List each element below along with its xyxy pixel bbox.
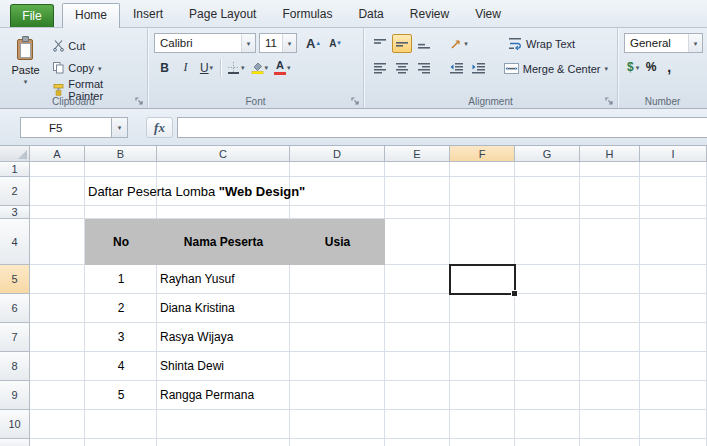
decrease-font-size-button[interactable]: A▾ — [324, 33, 346, 53]
table-row: 1 Rayhan Yusuf — [0, 265, 450, 294]
number-format-select[interactable]: General ▾ — [624, 33, 703, 53]
middle-align-icon — [396, 38, 408, 49]
cell-nama[interactable]: Rangga Permana — [160, 381, 400, 410]
cell-no[interactable]: 1 — [85, 265, 157, 294]
spreadsheet: ABCDEFGHI12345678910 Daftar Peserta Lomb… — [0, 146, 707, 446]
selected-cell-F5[interactable] — [449, 264, 516, 295]
clipboard-dialog-launcher[interactable] — [135, 97, 144, 106]
dialog-launcher-icon — [351, 97, 360, 106]
middle-align-button[interactable] — [392, 34, 412, 53]
align-right-icon — [418, 63, 430, 74]
dropdown-caret-icon: ▾ — [24, 78, 28, 85]
tab-data[interactable]: Data — [345, 3, 396, 27]
cell-no[interactable]: 4 — [85, 352, 157, 381]
increase-indent-icon — [472, 63, 485, 74]
bottom-align-icon — [418, 38, 430, 49]
ribbon-group-alignment: ▾ Wrap Text — [364, 28, 618, 108]
cell-nama[interactable]: Rasya Wijaya — [160, 323, 400, 352]
wrap-text-button[interactable]: Wrap Text — [504, 33, 580, 54]
orientation-button[interactable]: ▾ — [446, 34, 472, 53]
fill-color-button[interactable]: ▾ — [248, 57, 272, 78]
formula-input[interactable] — [177, 117, 707, 138]
wrap-text-icon — [509, 38, 522, 50]
font-family-value: Calibri — [155, 37, 241, 49]
top-align-button[interactable] — [370, 34, 390, 53]
name-box-dropdown[interactable]: ▾ — [112, 117, 128, 138]
merge-center-button[interactable]: Merge & Center ▾ — [499, 58, 613, 79]
merge-center-icon — [504, 63, 519, 74]
table-row: 5 Rangga Permana — [0, 381, 450, 410]
header-cell-nama[interactable]: Nama Peserta — [157, 219, 290, 265]
alignment-group-label: Alignment — [364, 96, 617, 107]
fx-icon: fx — [154, 120, 165, 136]
tab-page-layout[interactable]: Page Layout — [176, 3, 269, 27]
cut-button[interactable]: Cut — [49, 36, 143, 56]
tab-formulas[interactable]: Formulas — [269, 3, 345, 27]
scissors-icon — [53, 40, 64, 52]
borders-button[interactable]: ▾ — [224, 57, 248, 78]
font-color-button[interactable]: A ▾ — [271, 57, 294, 78]
title-highlight: "Web Design" — [219, 184, 306, 199]
decrease-indent-button[interactable] — [446, 59, 466, 78]
clipboard-group-label: Clipboard — [0, 96, 147, 107]
table-row: 3 Rasya Wijaya — [0, 323, 450, 352]
cell-nama[interactable]: Shinta Dewi — [160, 352, 400, 381]
tab-insert[interactable]: Insert — [120, 3, 176, 27]
underline-button[interactable]: U▾ — [196, 57, 217, 78]
dropdown-caret-icon: ▾ — [604, 65, 608, 72]
increase-font-size-button[interactable]: A▴ — [302, 33, 324, 53]
tab-file[interactable]: File — [10, 4, 54, 27]
align-left-button[interactable] — [370, 59, 390, 78]
borders-icon — [227, 61, 240, 74]
table-header-row[interactable]: No Nama Peserta Usia — [85, 219, 385, 265]
insert-function-button[interactable]: fx — [146, 117, 173, 138]
tab-view[interactable]: View — [462, 3, 514, 27]
formula-bar: F5 ▾ fx — [0, 109, 707, 146]
cell-nama[interactable]: Rayhan Yusuf — [160, 265, 400, 294]
font-color-icon: A — [274, 60, 286, 75]
table-row: 4 Shinta Dewi — [0, 352, 450, 381]
decrease-indent-icon — [450, 63, 463, 74]
align-left-icon — [374, 63, 386, 74]
align-center-icon — [396, 63, 408, 74]
accounting-format-button[interactable]: $ ▾ — [624, 57, 642, 77]
excel-window: File Home Insert Page Layout Formulas Da… — [0, 0, 707, 446]
align-right-button[interactable] — [414, 59, 434, 78]
ribbon: Paste ▾ Cut Copy ▾ Format Pain — [0, 28, 707, 109]
name-box[interactable]: F5 — [20, 117, 112, 138]
percent-style-button[interactable]: % — [642, 57, 660, 77]
copy-button[interactable]: Copy ▾ — [49, 58, 143, 78]
cell-no[interactable]: 5 — [85, 381, 157, 410]
cell-nama[interactable]: Diana Kristina — [160, 294, 400, 323]
up-arrow-icon: ▴ — [316, 39, 320, 47]
currency-icon: $ — [627, 60, 634, 74]
font-dialog-launcher[interactable] — [351, 97, 360, 106]
merge-center-label: Merge & Center — [523, 63, 601, 75]
ribbon-group-clipboard: Paste ▾ Cut Copy ▾ Format Pain — [0, 28, 148, 108]
font-size-select[interactable]: 11 ▾ — [259, 33, 297, 53]
header-cell-no[interactable]: No — [85, 219, 157, 265]
tab-review[interactable]: Review — [397, 3, 462, 27]
cut-label: Cut — [68, 40, 85, 52]
align-center-button[interactable] — [392, 59, 412, 78]
bottom-align-button[interactable] — [414, 34, 434, 53]
cell-title-B2[interactable]: Daftar Peserta Lomba "Web Design" — [88, 177, 305, 206]
font-size-value: 11 — [260, 37, 282, 49]
cell-no[interactable]: 2 — [85, 294, 157, 323]
italic-button[interactable]: I — [175, 57, 196, 78]
dropdown-caret-icon: ▾ — [287, 64, 291, 71]
alignment-dialog-launcher[interactable] — [605, 97, 614, 106]
paste-button[interactable]: Paste ▾ — [6, 33, 45, 95]
comma-style-button[interactable]: , — [660, 57, 678, 77]
cell-no[interactable]: 3 — [85, 323, 157, 352]
bold-button[interactable]: B — [154, 57, 175, 78]
header-cell-usia[interactable]: Usia — [290, 219, 385, 265]
tab-home[interactable]: Home — [62, 3, 120, 28]
name-box-value: F5 — [49, 122, 62, 134]
font-family-select[interactable]: Calibri ▾ — [154, 33, 256, 53]
table-row: 2 Diana Kristina — [0, 294, 450, 323]
ribbon-group-font: Calibri ▾ 11 ▾ A▴ A▾ B I U▾ — [148, 28, 364, 108]
dropdown-caret-icon: ▾ — [265, 64, 269, 71]
increase-indent-button[interactable] — [468, 59, 488, 78]
font-group-label: Font — [148, 96, 363, 107]
